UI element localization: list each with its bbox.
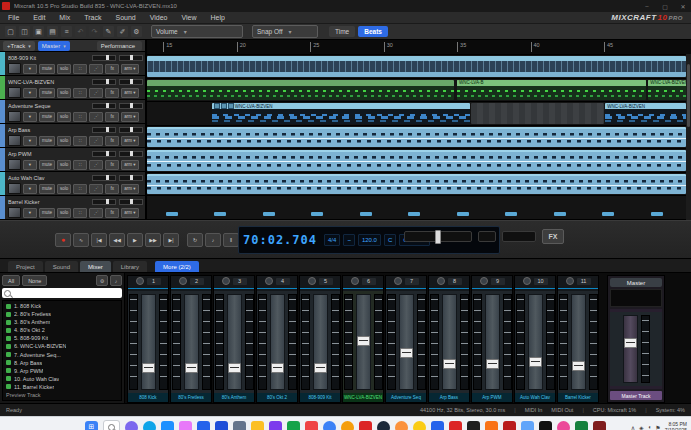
- track-fx-button[interactable]: fx: [105, 160, 119, 170]
- arm-button[interactable]: arm ▾: [121, 88, 138, 98]
- midi-clip[interactable]: WNC-LVA-BIZVEN: [212, 103, 471, 124]
- solo-button[interactable]: solo: [57, 64, 71, 74]
- dark-red-app-icon[interactable]: [593, 421, 606, 430]
- freeze-icon[interactable]: ⋰: [89, 208, 103, 218]
- track-type-dropdown[interactable]: ▾: [23, 136, 37, 146]
- close-button[interactable]: ✕: [675, 1, 691, 12]
- automation-icon[interactable]: ∷: [73, 136, 87, 146]
- arm-button[interactable]: arm ▾: [121, 184, 138, 194]
- light-blue-app-icon[interactable]: [521, 421, 534, 430]
- scrollbar-thumb[interactable]: [687, 64, 690, 127]
- library-item[interactable]: 8. Arp Bass: [3, 359, 121, 367]
- tab-sound[interactable]: Sound: [45, 261, 78, 272]
- brush-tool-icon[interactable]: ✐: [117, 26, 128, 37]
- track-volume-slider[interactable]: [92, 175, 116, 181]
- track-type-dropdown[interactable]: ▾: [23, 160, 37, 170]
- menu-file[interactable]: File: [8, 14, 19, 21]
- tab-project[interactable]: Project: [8, 261, 43, 272]
- taskbar-clock[interactable]: 8:05 PM 7/19/2025: [665, 421, 687, 430]
- automation-icon[interactable]: ∷: [73, 208, 87, 218]
- arm-button[interactable]: arm ▾: [121, 64, 138, 74]
- channel-fader[interactable]: [356, 294, 371, 390]
- muted-clip[interactable]: [471, 103, 604, 124]
- channel-fader[interactable]: [528, 294, 543, 390]
- mute-button[interactable]: mute: [39, 208, 55, 218]
- small-clip[interactable]: [408, 212, 420, 216]
- lane-arp-pwm[interactable]: [147, 149, 686, 173]
- automation-icon[interactable]: ∷: [73, 160, 87, 170]
- channel-fader[interactable]: [313, 294, 328, 390]
- app-blue-2-icon[interactable]: [215, 421, 228, 430]
- slider-handle[interactable]: [130, 175, 133, 180]
- channel-fader[interactable]: [270, 294, 285, 390]
- track-header-row[interactable]: WNC-LVA-BIZVEN▾mutesolo∷⋰fxarm ▾: [0, 76, 145, 100]
- track-header-row[interactable]: Arp Bass▾mutesolo∷⋰fxarm ▾: [0, 124, 145, 148]
- library-item[interactable]: 4. 80's Okt 2: [3, 326, 121, 334]
- automation-icon[interactable]: ∷: [73, 88, 87, 98]
- youtube-app-icon[interactable]: [305, 421, 318, 430]
- small-clip[interactable]: [457, 212, 469, 216]
- key-display[interactable]: C: [384, 234, 396, 246]
- track-instrument-image[interactable]: [8, 159, 21, 170]
- tab-library[interactable]: Library: [113, 261, 147, 272]
- blue-circle-app-icon[interactable]: [323, 421, 336, 430]
- fader-handle[interactable]: [271, 363, 284, 373]
- freeze-icon[interactable]: ⋰: [89, 88, 103, 98]
- channel-fader[interactable]: [227, 294, 242, 390]
- library-item[interactable]: 10. Auto Wah Clav: [3, 375, 121, 383]
- slider-handle[interactable]: [130, 127, 133, 132]
- steam-app-icon[interactable]: [377, 421, 390, 430]
- fader-handle[interactable]: [400, 348, 413, 358]
- tray-flag-icon[interactable]: ⚑: [655, 424, 660, 430]
- channel-fader[interactable]: [571, 294, 586, 390]
- app-blue-1-icon[interactable]: [197, 421, 210, 430]
- play-button[interactable]: ▶: [127, 233, 143, 247]
- midi-clip[interactable]: WNC-LVA-B: [457, 80, 646, 101]
- go-to-end-button[interactable]: ▶|: [163, 233, 179, 247]
- track-header-row[interactable]: 808-909 Kit▾mutesolo∷⋰fxarm ▾: [0, 52, 145, 76]
- library-item[interactable]: 2. 80's Fretless: [3, 310, 121, 318]
- solo-button[interactable]: solo: [57, 184, 71, 194]
- arm-button[interactable]: arm ▾: [121, 136, 138, 146]
- track-instrument-image[interactable]: [8, 207, 21, 218]
- slider-handle[interactable]: [130, 199, 133, 204]
- search-button[interactable]: [103, 420, 120, 430]
- track-instrument-image[interactable]: [8, 183, 21, 194]
- track-type-dropdown[interactable]: ▾: [23, 112, 37, 122]
- menu-track[interactable]: Track: [84, 14, 101, 21]
- tab-mixer[interactable]: Mixer: [80, 261, 111, 272]
- check-app-icon[interactable]: [503, 421, 516, 430]
- automation-param-select[interactable]: Volume: [151, 25, 243, 38]
- library-settings-icon[interactable]: ⚙: [96, 275, 108, 286]
- lane-auto-wah-clav[interactable]: [147, 173, 686, 197]
- freeze-icon[interactable]: ⋰: [89, 112, 103, 122]
- channel-knob[interactable]: [308, 277, 316, 285]
- audio-clip[interactable]: [147, 150, 686, 171]
- settings-icon[interactable]: ⚙: [131, 26, 142, 37]
- master-fx-button[interactable]: FX: [542, 229, 564, 244]
- track-type-dropdown[interactable]: ▾: [23, 64, 37, 74]
- track-pan-slider[interactable]: [119, 175, 143, 181]
- master-track-button[interactable]: Master: [38, 41, 70, 51]
- preview-track-item[interactable]: Preview Track: [3, 391, 121, 399]
- arm-button[interactable]: arm ▾: [121, 112, 138, 122]
- audio-clip[interactable]: [147, 56, 686, 77]
- tempo-display[interactable]: 120.0: [358, 234, 381, 246]
- vlc-app-icon[interactable]: [485, 421, 498, 430]
- track-header-row[interactable]: Adventure Seque▾mutesolo∷⋰fxarm ▾: [0, 100, 145, 124]
- library-all-button[interactable]: All: [2, 275, 20, 286]
- track-volume-slider[interactable]: [92, 55, 116, 61]
- track-pan-slider[interactable]: [119, 79, 143, 85]
- excel-app-icon[interactable]: [575, 421, 588, 430]
- beats-mode-button[interactable]: Beats: [358, 26, 388, 37]
- track-pan-slider[interactable]: [119, 103, 143, 109]
- channel-fader[interactable]: [184, 294, 199, 390]
- library-item[interactable]: 9. Arp PWM: [3, 367, 121, 375]
- track-pan-slider[interactable]: [119, 55, 143, 61]
- channel-fader[interactable]: [623, 315, 638, 383]
- track-volume-slider[interactable]: [92, 127, 116, 133]
- track-fx-button[interactable]: fx: [105, 136, 119, 146]
- small-clip[interactable]: [360, 212, 372, 216]
- automation-icon[interactable]: ∷: [73, 184, 87, 194]
- slider-handle[interactable]: [106, 79, 109, 84]
